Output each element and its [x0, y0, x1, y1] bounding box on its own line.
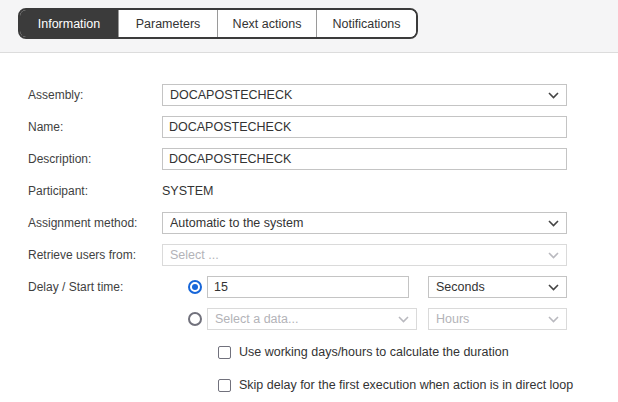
tab-group: Information Parameters Next actions Noti…: [18, 8, 418, 39]
assignment-method-label: Assignment method:: [28, 216, 162, 230]
tab-band: Information Parameters Next actions Noti…: [0, 0, 618, 53]
assignment-method-select[interactable]: Automatic to the system: [162, 212, 567, 234]
assembly-label: Assembly:: [28, 88, 162, 102]
assignment-method-row: Assignment method: Automatic to the syst…: [28, 212, 618, 234]
tab-information[interactable]: Information: [20, 10, 119, 37]
name-input[interactable]: [162, 116, 567, 138]
delay-data-select: Select a data...: [207, 308, 417, 330]
name-row: Name:: [28, 116, 618, 138]
participant-row: Participant: SYSTEM: [28, 180, 618, 202]
chevron-down-icon: [398, 316, 409, 323]
name-label: Name:: [28, 120, 162, 134]
tab-information-label: Information: [38, 17, 101, 31]
working-hours-checkbox[interactable]: [218, 346, 231, 359]
information-form: Assembly: DOCAPOSTECHECK Name: Descripti…: [0, 53, 618, 392]
chevron-down-icon: [548, 316, 559, 323]
retrieve-users-select-placeholder: Select ...: [170, 248, 542, 262]
tab-next-actions-label: Next actions: [233, 17, 302, 31]
tab-notifications-label: Notifications: [332, 17, 400, 31]
assembly-select-value: DOCAPOSTECHECK: [170, 88, 542, 102]
assembly-select[interactable]: DOCAPOSTECHECK: [162, 84, 567, 106]
chevron-down-icon: [548, 284, 559, 291]
delay-value-input[interactable]: [207, 276, 409, 298]
tab-parameters-label: Parameters: [136, 17, 201, 31]
delay-unit-select-value: Seconds: [436, 280, 542, 294]
tab-next-actions[interactable]: Next actions: [218, 10, 317, 37]
chevron-down-icon: [548, 252, 559, 259]
retrieve-users-select: Select ...: [162, 244, 567, 266]
retrieve-users-label: Retrieve users from:: [28, 248, 162, 262]
working-hours-checkbox-label: Use working days/hours to calculate the …: [239, 345, 509, 359]
participant-label: Participant:: [28, 184, 162, 198]
participant-value: SYSTEM: [162, 184, 213, 198]
assembly-row: Assembly: DOCAPOSTECHECK: [28, 84, 618, 106]
retrieve-users-row: Retrieve users from: Select ...: [28, 244, 618, 266]
delay-data-row: Select a data... Hours: [28, 308, 618, 330]
tab-notifications[interactable]: Notifications: [317, 10, 416, 37]
assignment-method-select-value: Automatic to the system: [170, 216, 542, 230]
delay-fixed-radio[interactable]: [188, 280, 202, 294]
skip-delay-row: Skip delay for the first execution when …: [190, 378, 618, 392]
skip-delay-checkbox-label: Skip delay for the first execution when …: [239, 378, 573, 392]
delay-unit-select[interactable]: Seconds: [428, 276, 567, 298]
delay-data-radio[interactable]: [188, 312, 202, 326]
tab-parameters[interactable]: Parameters: [119, 10, 218, 37]
delay-start-time-label: Delay / Start time:: [28, 280, 162, 294]
delay-data-unit-value: Hours: [436, 312, 542, 326]
delay-data-select-placeholder: Select a data...: [215, 312, 392, 326]
description-label: Description:: [28, 152, 162, 166]
description-input[interactable]: [162, 148, 567, 170]
chevron-down-icon: [548, 220, 559, 227]
description-row: Description:: [28, 148, 618, 170]
chevron-down-icon: [548, 92, 559, 99]
delay-data-unit-select: Hours: [428, 308, 567, 330]
skip-delay-checkbox[interactable]: [218, 379, 231, 392]
working-hours-row: Use working days/hours to calculate the …: [190, 345, 618, 359]
delay-fixed-row: Delay / Start time: Seconds: [28, 276, 618, 298]
